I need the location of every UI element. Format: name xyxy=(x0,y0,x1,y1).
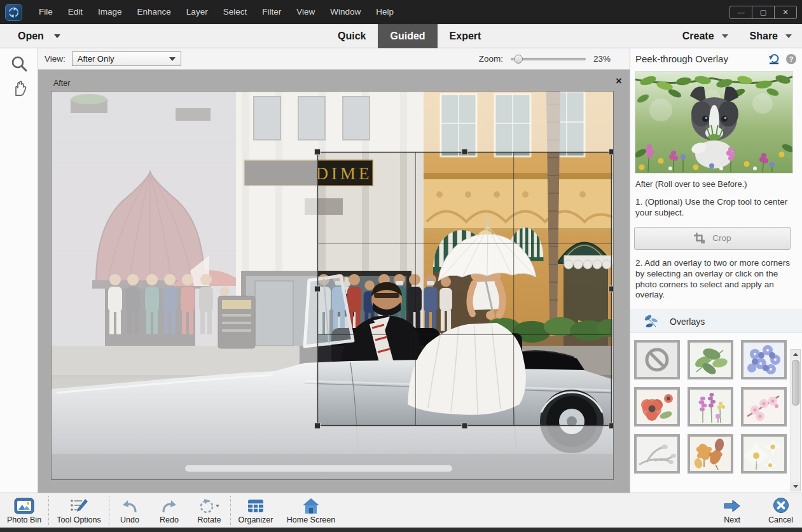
overlay-thumb-green-leaves[interactable] xyxy=(688,340,733,379)
overlays-section-header[interactable]: Overlays xyxy=(630,310,802,333)
menu-window[interactable]: Window xyxy=(322,0,368,24)
menu-select[interactable]: Select xyxy=(216,0,255,24)
options-bar: View: After Only Zoom: 23% xyxy=(38,48,630,70)
menu-enhance[interactable]: Enhance xyxy=(130,0,179,24)
undo-label: Undo xyxy=(120,515,139,524)
home-screen-label: Home Screen xyxy=(287,515,335,524)
crop-button[interactable]: Crop xyxy=(634,227,791,250)
undo-icon xyxy=(121,498,139,514)
redo-button[interactable]: Redo xyxy=(150,493,188,528)
overlay-thumb-gray-branches[interactable] xyxy=(634,434,680,474)
hand-tool-icon[interactable] xyxy=(10,78,29,97)
redo-label: Redo xyxy=(160,515,179,524)
create-button[interactable]: Create xyxy=(682,31,728,42)
menu-file[interactable]: File xyxy=(31,0,60,24)
view-label: View: xyxy=(45,54,66,64)
menu-layer[interactable]: Layer xyxy=(179,0,216,24)
cancel-icon xyxy=(772,497,790,515)
chevron-down-icon xyxy=(785,34,792,38)
menu-help[interactable]: Help xyxy=(368,0,401,24)
example-preview-image[interactable] xyxy=(635,71,793,174)
photo-scene: DIME xyxy=(52,92,613,479)
svg-text:?: ? xyxy=(789,55,794,63)
view-select-value: After Only xyxy=(78,54,114,64)
tool-options-button[interactable]: Tool Options xyxy=(49,493,109,528)
zoom-tool-icon[interactable] xyxy=(10,54,29,73)
menubar: File Edit Image Enhance Layer Select Fil… xyxy=(31,0,401,24)
rotate-icon xyxy=(198,498,220,514)
crop-icon xyxy=(693,232,705,244)
scroll-down-icon[interactable] xyxy=(791,482,800,491)
close-button[interactable]: ✕ xyxy=(774,6,797,19)
overlay-thumb-blue-flowers[interactable] xyxy=(741,340,787,379)
next-arrow-icon xyxy=(722,498,742,514)
window-bottom-edge xyxy=(0,528,802,532)
window-controls: — ▢ ✕ xyxy=(730,6,797,19)
preview-caption: After (Roll over to see Before.) xyxy=(635,179,797,189)
tool-options-icon xyxy=(69,498,88,514)
minimize-button[interactable]: — xyxy=(729,6,752,19)
cancel-button[interactable]: Cancel xyxy=(768,493,793,528)
organizer-button[interactable]: Organizer xyxy=(231,493,280,528)
mode-bar: Open Quick Guided Expert Create Share xyxy=(0,24,802,48)
panel-title: Peek-through Overlay xyxy=(635,53,763,64)
chevron-down-icon xyxy=(54,34,60,38)
storefront-sign-text: DIME xyxy=(316,164,373,183)
cancel-label: Cancel xyxy=(768,515,793,524)
menu-view[interactable]: View xyxy=(289,0,322,24)
taskbar: Photo Bin Tool Options Undo R xyxy=(0,493,802,528)
menu-image[interactable]: Image xyxy=(90,0,130,24)
next-label: Next xyxy=(724,515,740,524)
overlay-thumb-red-poppies[interactable] xyxy=(634,387,680,426)
after-window-title: After xyxy=(51,75,614,91)
reset-icon[interactable] xyxy=(768,53,780,65)
tab-quick[interactable]: Quick xyxy=(326,24,378,48)
chevron-down-icon xyxy=(722,34,728,38)
overlay-thumb-pink-blossoms[interactable] xyxy=(741,387,787,426)
overlay-thumb-none[interactable] xyxy=(634,340,680,379)
home-screen-button[interactable]: Home Screen xyxy=(280,493,342,528)
photo-canvas[interactable]: DIME xyxy=(51,91,614,480)
rotate-button[interactable]: Rotate xyxy=(188,493,230,528)
overlay-thumb-purple-wildflowers[interactable] xyxy=(688,387,733,426)
overlays-scrollbar[interactable] xyxy=(791,349,801,491)
overlay-thumb-white-daisies[interactable] xyxy=(741,434,787,474)
menu-filter[interactable]: Filter xyxy=(254,0,289,24)
tab-guided[interactable]: Guided xyxy=(378,24,437,48)
overlay-thumb-autumn-leaves[interactable] xyxy=(688,434,733,474)
titlebar: File Edit Image Enhance Layer Select Fil… xyxy=(0,0,802,24)
chevron-down-icon xyxy=(169,57,176,61)
step2-instruction: 2. Add an overlay to two or more corners… xyxy=(635,258,797,301)
undo-button[interactable]: Undo xyxy=(109,493,150,528)
scroll-up-icon[interactable] xyxy=(791,350,800,358)
editor-canvas: After xyxy=(38,70,630,493)
zoom-slider-thumb[interactable] xyxy=(514,55,523,64)
open-label: Open xyxy=(18,31,44,42)
photo-bin-icon xyxy=(14,498,34,514)
overlay-thumbnails xyxy=(630,333,802,474)
help-icon[interactable]: ? xyxy=(785,53,797,65)
mode-tabs: Quick Guided Expert xyxy=(326,24,493,48)
menu-edit[interactable]: Edit xyxy=(60,0,90,24)
guided-edit-panel: Peek-through Overlay ? xyxy=(630,48,802,493)
tool-column xyxy=(0,48,38,493)
organizer-icon xyxy=(247,498,265,514)
view-select[interactable]: After Only xyxy=(72,51,181,66)
redo-icon xyxy=(160,498,178,514)
step1-instruction: 1. (Optional) Use the Crop tool to cente… xyxy=(635,197,797,219)
close-after-window-icon[interactable]: ✕ xyxy=(613,76,625,88)
next-button[interactable]: Next xyxy=(722,493,742,528)
photo-bin-label: Photo Bin xyxy=(7,515,41,524)
overlays-label: Overlays xyxy=(670,317,705,327)
tab-expert[interactable]: Expert xyxy=(438,24,494,48)
open-button[interactable]: Open xyxy=(18,31,60,42)
organizer-label: Organizer xyxy=(239,515,273,524)
zoom-slider[interactable] xyxy=(511,58,586,60)
home-icon xyxy=(302,498,320,514)
create-label: Create xyxy=(682,31,714,42)
photoshop-elements-logo-icon xyxy=(5,4,22,21)
photo-bin-button[interactable]: Photo Bin xyxy=(0,493,48,528)
scrollbar-thumb[interactable] xyxy=(792,360,799,406)
maximize-button[interactable]: ▢ xyxy=(752,6,775,19)
share-button[interactable]: Share xyxy=(750,31,792,42)
